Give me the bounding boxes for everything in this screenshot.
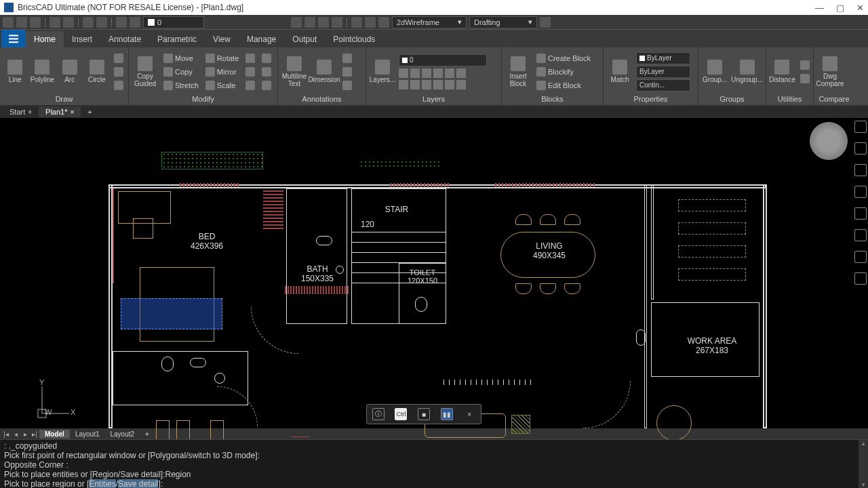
mtext-button[interactable]: Multiline Text [281,52,308,92]
maximize-button[interactable]: ▢ [836,3,844,13]
settings-side-icon[interactable] [854,142,867,155]
recording-toolbar[interactable]: ⓘ Ctrl ■ ▮▮ × [366,404,481,424]
minimize-button[interactable]: — [815,3,824,13]
rotate-button[interactable]: Rotate [203,52,241,64]
tab-parametric[interactable]: Parametric [149,31,205,47]
util-tool[interactable] [798,73,812,85]
layer-tool[interactable] [445,68,454,78]
modify-tool[interactable] [260,79,273,92]
layer-tool[interactable] [399,80,408,89]
pause-icon[interactable]: ▮▮ [441,408,453,420]
close-icon[interactable]: × [463,408,475,420]
tab-insert[interactable]: Insert [64,31,100,47]
modify-tool[interactable] [243,79,257,92]
lights-icon[interactable] [116,17,127,28]
layer-tool[interactable] [422,80,431,89]
save-icon[interactable] [30,17,41,28]
layout-tab-add[interactable]: + [140,430,155,439]
layer-select[interactable]: 0 [143,16,204,28]
search-side-icon[interactable] [854,121,867,133]
doctab-plan1[interactable]: Plan1*× [39,106,81,117]
layer-tool[interactable] [399,68,408,78]
edit-block-button[interactable]: Edit Block [534,79,593,92]
layer-tool[interactable] [410,68,420,78]
copy-guided-button[interactable]: Copy Guided [132,52,159,92]
layout-tab-layout2[interactable]: Layout2 [104,430,140,439]
preview-icon[interactable] [63,17,74,28]
copy-button[interactable]: Copy [161,66,201,78]
modify-tool[interactable] [260,52,273,64]
layout-nav-next[interactable]: ▸ [20,430,30,438]
fx-side-icon[interactable] [854,229,867,241]
layer-tool[interactable] [433,68,443,78]
drawing-canvas[interactable]: BED426X396 BATH150X335 STAIR 120 TOILET1… [0,118,868,428]
line-button[interactable]: Line [3,52,27,92]
command-window[interactable]: : ._copyguided Pick first point of recta… [0,439,868,488]
tab-output[interactable]: Output [284,31,325,47]
tool-icon[interactable] [318,17,329,28]
arc-button[interactable]: Arc [58,52,82,92]
util-tool[interactable] [798,59,812,71]
draw-tool[interactable] [112,66,125,78]
polyline-button[interactable]: Polyline [30,52,54,92]
match-button[interactable]: Match [606,52,633,92]
undo-icon[interactable] [83,17,94,28]
visual-style-select[interactable]: 2dWireframe▾ [392,16,467,28]
linetype-select[interactable]: Contin... [636,79,690,92]
layer-tool[interactable] [456,80,466,89]
scroll-up-icon[interactable]: ▴ [862,440,865,447]
group-button[interactable]: Group... [701,52,728,92]
tab-annotate[interactable]: Annotate [100,31,149,47]
redo-icon[interactable] [96,17,107,28]
structure-side-icon[interactable] [854,251,867,263]
stretch-button[interactable]: Stretch [161,79,201,92]
draw-tool[interactable] [112,79,125,92]
ungroup-button[interactable]: Ungroup... [731,52,763,92]
layer-tool[interactable] [410,80,420,89]
layout-tab-layout1[interactable]: Layout1 [70,430,105,439]
dwg-compare-button[interactable]: Dwg Compare [816,52,844,92]
sun-icon[interactable] [130,17,140,28]
insert-block-button[interactable]: Insert Block [505,52,532,92]
tab-view[interactable]: View [205,31,239,47]
color-select[interactable]: ByLayer [636,52,690,64]
create-block-button[interactable]: Create Block [534,52,593,64]
layer-tool[interactable] [445,80,454,89]
modify-tool[interactable] [243,66,257,78]
stop-icon[interactable]: ■ [418,408,430,420]
layers-button[interactable]: Layers... [369,52,396,92]
tool-icon[interactable] [291,17,302,28]
circle-button[interactable]: Circle [85,52,109,92]
scale-button[interactable]: Scale [203,79,241,92]
tool-icon[interactable] [332,17,342,28]
layer-tool[interactable] [456,68,466,78]
move-button[interactable]: Move [161,52,201,64]
modify-tool[interactable] [243,52,257,64]
scroll-down-icon[interactable]: ▾ [862,481,865,488]
app-menu-button[interactable] [1,30,26,47]
tab-home[interactable]: Home [26,31,64,47]
anno-tool[interactable] [340,79,354,92]
info-icon[interactable]: ⓘ [372,408,384,420]
layout-nav-first[interactable]: |◂ [1,430,11,438]
close-button[interactable]: ✕ [856,3,864,13]
render-icon[interactable] [365,17,376,28]
tab-pointclouds[interactable]: Pointclouds [325,31,383,47]
workspace-select[interactable]: Drafting▾ [469,16,537,28]
anno-tool[interactable] [340,52,354,64]
layout-nav-last[interactable]: ▸| [30,430,39,438]
layout-nav-prev[interactable]: ◂ [11,430,20,438]
doctab-start[interactable]: Start× [3,106,39,117]
mirror-button[interactable]: Mirror [203,66,241,78]
pencil-icon[interactable] [351,17,362,28]
layer-combo[interactable]: 0 [399,54,487,66]
blockify-button[interactable]: Blockify [534,66,593,78]
layer-tool[interactable] [433,80,443,89]
tool-icon[interactable] [304,17,315,28]
attach-side-icon[interactable] [854,186,867,198]
grid-side-icon[interactable] [854,207,867,220]
draw-tool[interactable] [112,52,125,64]
tab-manage[interactable]: Manage [239,31,284,47]
cloud-side-icon[interactable] [854,272,867,285]
layout-tab-model[interactable]: Model [39,430,70,439]
